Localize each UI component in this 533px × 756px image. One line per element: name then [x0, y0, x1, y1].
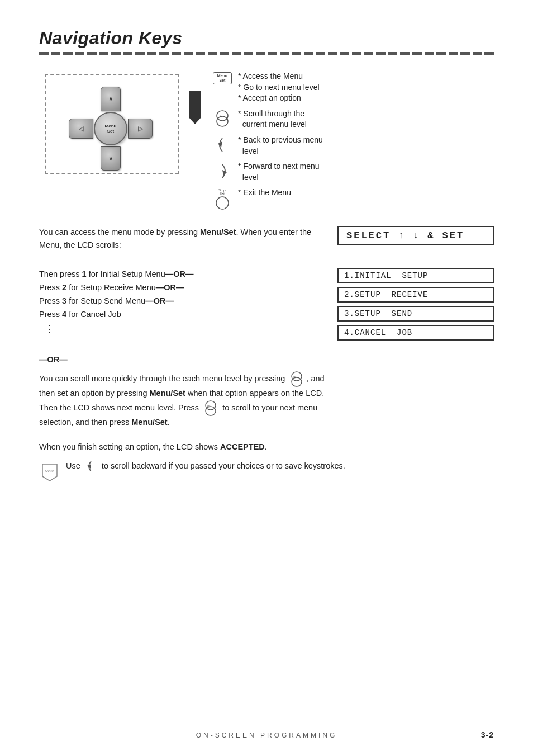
dpad-down: ∨: [101, 146, 121, 171]
footer-page: 3-2: [481, 730, 494, 739]
note-text: Use to scroll backward if you passed you…: [66, 460, 345, 473]
key-row-stop: Stop/Exit * Exit the Menu: [212, 187, 494, 210]
nav-control: ∧ ∨ ◁ ▷ Menu Set: [55, 84, 166, 173]
svg-point-11: [206, 407, 216, 415]
svg-point-0: [217, 111, 228, 121]
forward-icon: [212, 161, 232, 180]
footer-label: ON-SCREEN PROGRAMMING: [0, 731, 533, 739]
lcd-select: SELECT ↑ ↓ & SET: [337, 226, 494, 245]
access-bold: Menu/Set: [200, 228, 236, 237]
dpad-left: ◁: [69, 119, 93, 139]
dots: ⋮: [39, 324, 326, 334]
key-row-menu: MenuSet * Access the Menu* Go to next me…: [212, 71, 494, 104]
lcd-menu-1: 1.INITIAL SETUP: [337, 268, 494, 284]
dpad: ∧ ∨ ◁ ▷ Menu Set: [69, 87, 153, 171]
page-title: Navigation Keys: [39, 28, 494, 49]
svg-text:↑: ↑: [219, 114, 221, 118]
nav-diagram: ∧ ∨ ◁ ▷ Menu Set: [39, 68, 196, 191]
inline-scroll-icon-1: or: [289, 371, 304, 387]
dpad-center: Menu Set: [94, 112, 127, 145]
or-line-4: selection, and then press Menu/Set.: [39, 416, 494, 429]
access-pre: You can access the menu mode by pressing: [39, 228, 200, 237]
svg-point-1: [217, 116, 228, 126]
dpad-right: ▷: [128, 119, 153, 139]
svg-text:or: or: [293, 375, 296, 379]
svg-text:↓: ↓: [219, 121, 221, 125]
scroll-text: * Scroll through the current menu level: [238, 108, 494, 130]
title-rule: [39, 52, 494, 55]
key-descriptions: MenuSet * Access the Menu* Go to next me…: [212, 68, 494, 210]
scroll-icon: ↑ ↓: [212, 108, 232, 127]
press-items-block: Then press 1 for Initial Setup Menu—OR— …: [39, 268, 326, 342]
press-item-4: Press 4 for Cancel Job: [39, 308, 326, 322]
lcd-menu-3: 3.SETUP SEND: [337, 306, 494, 322]
set-label: Set: [107, 129, 114, 134]
or-line-1: You can scroll more quickly through the …: [39, 371, 494, 387]
key-row-forward: * Forward to next menu level: [212, 161, 494, 183]
menu-text-layout: Then press 1 for Initial Setup Menu—OR— …: [39, 268, 494, 342]
accepted-section: When you finish setting an option, the L…: [39, 441, 494, 454]
menu-set-text: * Access the Menu* Go to next menu level…: [238, 71, 494, 104]
forward-text: * Forward to next menu level: [238, 161, 494, 183]
menu-set-icon: MenuSet: [212, 71, 232, 84]
press-item-2: Press 2 for Setup Receive Menu—OR—: [39, 281, 326, 295]
lcd-display-area: SELECT ↑ ↓ & SET: [337, 226, 494, 257]
inline-back-icon-note: [84, 460, 98, 473]
key-row-scroll: ↑ ↓ * Scroll through the current menu le…: [212, 108, 494, 130]
note-section: Note Use to scroll backward if you passe…: [39, 460, 494, 481]
svg-text:Note: Note: [45, 469, 54, 474]
or-line-2: then set an option by pressing Menu/Set …: [39, 387, 494, 400]
back-text: * Back to previous menu level: [238, 135, 494, 157]
stop-text: * Exit the Menu: [238, 187, 494, 199]
or-section: —OR— You can scroll more quickly through…: [39, 353, 494, 429]
inline-scroll-icon-2: or: [203, 400, 218, 416]
press-item-1: Then press 1 for Initial Setup Menu—OR—: [39, 268, 326, 281]
key-row-back: * Back to previous menu level: [212, 135, 494, 157]
stop-icon: Stop/Exit: [212, 187, 232, 210]
accepted-text: When you finish setting an option, the L…: [39, 441, 494, 454]
back-icon: [212, 135, 232, 154]
svg-text:or: or: [207, 404, 210, 408]
lcd-menu-2: 2.SETUP RECEIVE: [337, 287, 494, 303]
lcd-menu-boxes: 1.INITIAL SETUP 2.SETUP RECEIVE 3.SETUP …: [337, 268, 494, 342]
svg-point-8: [292, 377, 302, 386]
svg-point-6: [216, 197, 229, 209]
top-section: ∧ ∨ ◁ ▷ Menu Set MenuSet: [39, 68, 494, 210]
lcd-menu-4: 4.CANCEL JOB: [337, 325, 494, 341]
or-line-3: Then the LCD shows next menu level. Pres…: [39, 400, 494, 416]
note-icon: Note: [39, 460, 60, 481]
access-text-block: You can access the menu mode by pressing…: [39, 226, 326, 257]
or-label: —OR—: [39, 353, 494, 367]
press-item-3: Press 3 for Setup Send Menu—OR—: [39, 295, 326, 308]
menu-label: Menu: [105, 124, 117, 129]
middle-section: You can access the menu mode by pressing…: [39, 226, 494, 257]
nav-tab: [189, 91, 201, 124]
dpad-up: ∧: [101, 87, 121, 111]
